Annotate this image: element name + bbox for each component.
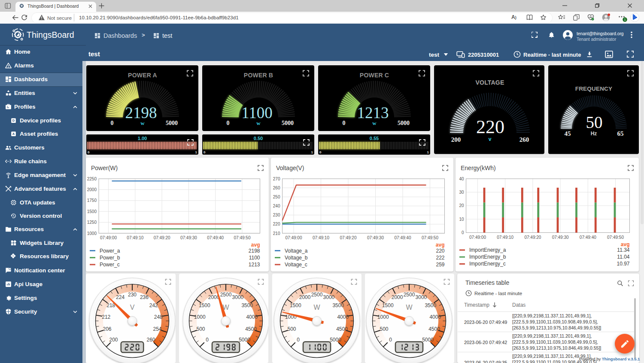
- svg-text:4500: 4500: [336, 326, 348, 332]
- svg-text:07:49:40: 07:49:40: [395, 235, 411, 240]
- svg-text:A: A: [12, 132, 15, 136]
- svg-text:0: 0: [88, 150, 90, 154]
- svg-text:11.04: 11.04: [617, 254, 629, 260]
- svg-text:07:49:40: 07:49:40: [207, 235, 224, 240]
- svg-text:2500: 2500: [220, 292, 232, 298]
- svg-text:45: 45: [565, 130, 571, 137]
- svg-text:Voltage_b: Voltage_b: [285, 255, 308, 261]
- svg-text:5000: 5000: [282, 120, 294, 126]
- svg-text:1500: 1500: [87, 209, 97, 214]
- svg-text:206: 206: [103, 326, 111, 332]
- svg-text:Hz: Hz: [591, 131, 597, 137]
- svg-text:5000: 5000: [330, 337, 341, 343]
- svg-text:0: 0: [297, 337, 300, 343]
- svg-text:Power_c: Power_c: [100, 262, 120, 268]
- svg-text:07:49:10: 07:49:10: [313, 235, 329, 240]
- svg-text:0: 0: [204, 150, 206, 154]
- svg-text:500: 500: [287, 326, 296, 332]
- svg-text:220: 220: [436, 248, 444, 254]
- svg-text:3500: 3500: [332, 302, 344, 308]
- svg-text:POWER C: POWER C: [360, 72, 389, 79]
- svg-text:07:49:10: 07:49:10: [127, 235, 143, 240]
- svg-text:1250: 1250: [87, 220, 97, 225]
- svg-text:230: 230: [128, 292, 137, 298]
- svg-text:1: 1: [195, 150, 197, 154]
- svg-text:0: 0: [389, 337, 392, 343]
- svg-text:4500: 4500: [245, 326, 257, 332]
- svg-text:200: 200: [109, 337, 118, 343]
- svg-text:1000: 1000: [377, 314, 389, 320]
- svg-text:1500: 1500: [199, 302, 210, 308]
- svg-text:200: 200: [451, 136, 461, 143]
- svg-text:07:49:20: 07:49:20: [340, 235, 357, 240]
- svg-text:212: 212: [102, 314, 110, 320]
- svg-text:VOLTAGE: VOLTAGE: [476, 79, 504, 86]
- svg-text:0: 0: [319, 150, 322, 154]
- svg-text:07:49:20: 07:49:20: [154, 235, 170, 240]
- svg-text:07:49:30: 07:49:30: [367, 235, 384, 240]
- svg-text:5000: 5000: [422, 337, 434, 343]
- svg-text:1000: 1000: [87, 231, 97, 236]
- svg-text:1750: 1750: [87, 198, 97, 203]
- svg-text:220: 220: [476, 116, 504, 137]
- svg-text:ImportEnergy_b: ImportEnergy_b: [469, 254, 506, 260]
- svg-text:Voltage(V): Voltage(V): [276, 165, 304, 171]
- svg-text:avg: avg: [621, 241, 630, 247]
- svg-text:Power_a: Power_a: [100, 248, 120, 254]
- svg-text:ImportEnergy_a: ImportEnergy_a: [469, 247, 506, 253]
- svg-text:W: W: [406, 304, 413, 311]
- svg-text:236: 236: [140, 294, 149, 300]
- svg-text:5000: 5000: [166, 120, 178, 126]
- svg-text:W: W: [313, 304, 320, 311]
- svg-text:2000: 2000: [299, 294, 311, 300]
- svg-text:224: 224: [116, 294, 125, 300]
- svg-text:2198: 2198: [125, 104, 157, 122]
- svg-text:500: 500: [380, 326, 388, 332]
- svg-text:07:49:40: 07:49:40: [580, 235, 596, 240]
- svg-text:w: w: [140, 120, 145, 126]
- svg-text:D: D: [12, 119, 15, 122]
- svg-text:210: 210: [273, 231, 280, 236]
- svg-text:07:49:30: 07:49:30: [180, 235, 197, 240]
- svg-text:2000: 2000: [87, 187, 97, 192]
- svg-text:11.34: 11.34: [617, 247, 629, 253]
- svg-text:0.50: 0.50: [254, 136, 263, 141]
- svg-text:2000: 2000: [392, 294, 403, 300]
- svg-text:254: 254: [153, 326, 161, 332]
- svg-text:240: 240: [273, 204, 280, 208]
- svg-text:1: 1: [427, 150, 429, 154]
- svg-text:1: 1: [311, 150, 313, 154]
- svg-text:30: 30: [459, 190, 464, 195]
- svg-text:1: 1: [624, 18, 626, 21]
- svg-text:1213: 1213: [357, 104, 389, 122]
- svg-text:0: 0: [206, 337, 209, 343]
- svg-text:50: 50: [586, 113, 603, 131]
- svg-text:242: 242: [149, 302, 158, 308]
- svg-text:248: 248: [154, 314, 163, 320]
- svg-text:0: 0: [111, 120, 114, 126]
- svg-text:Power(W): Power(W): [91, 165, 118, 171]
- svg-text:4000: 4000: [246, 314, 258, 320]
- svg-text:07:49:00: 07:49:00: [100, 235, 117, 240]
- svg-text:07:49:50: 07:49:50: [422, 235, 438, 240]
- svg-text:07:49:10: 07:49:10: [497, 235, 513, 240]
- svg-text:270: 270: [273, 177, 280, 181]
- svg-text:Energy(kWh): Energy(kWh): [461, 165, 496, 171]
- svg-text:POWER A: POWER A: [128, 72, 157, 79]
- svg-text:3000: 3000: [323, 294, 335, 300]
- svg-text:230: 230: [273, 213, 280, 217]
- svg-text:4500: 4500: [428, 326, 440, 332]
- svg-text:Voltage_c: Voltage_c: [285, 262, 307, 268]
- svg-text:2198: 2198: [249, 248, 260, 254]
- svg-text:07:49:00: 07:49:00: [286, 235, 302, 240]
- svg-text:65: 65: [617, 130, 624, 137]
- svg-text:3500: 3500: [425, 302, 436, 308]
- svg-text:07:49:50: 07:49:50: [234, 235, 251, 240]
- svg-text:10.97: 10.97: [617, 261, 629, 267]
- svg-text:ImportEnergy_c: ImportEnergy_c: [469, 261, 506, 267]
- svg-text:2500: 2500: [311, 292, 323, 298]
- svg-text:3000: 3000: [232, 294, 244, 300]
- svg-text:07:49:20: 07:49:20: [524, 235, 541, 240]
- svg-text:Power_b: Power_b: [100, 255, 120, 261]
- svg-text:259: 259: [436, 262, 444, 268]
